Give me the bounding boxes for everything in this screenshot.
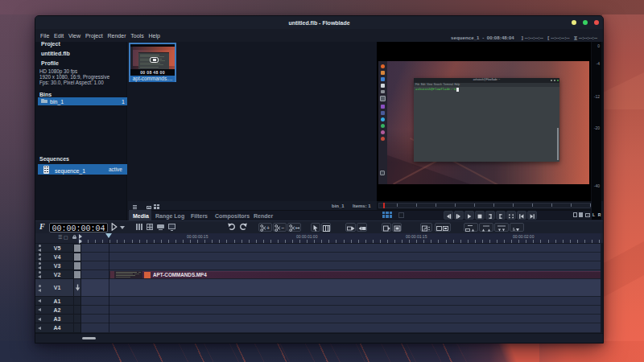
svg-text:+: +: [266, 225, 270, 231]
svg-text:↦: ↦: [295, 225, 299, 231]
svg-text:−: −: [281, 225, 284, 231]
